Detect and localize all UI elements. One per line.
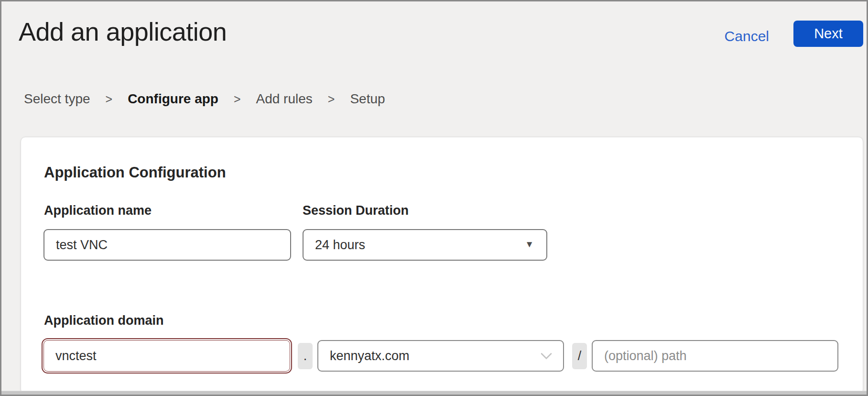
dot-separator: . bbox=[298, 343, 313, 369]
breadcrumb-step-select-type: Select type bbox=[24, 91, 90, 107]
breadcrumb-step-add-rules: Add rules bbox=[256, 91, 313, 107]
breadcrumb: Select type > Configure app > Add rules … bbox=[24, 91, 385, 107]
cancel-button[interactable]: Cancel bbox=[725, 28, 769, 44]
breadcrumb-separator-icon: > bbox=[234, 92, 241, 106]
next-button[interactable]: Next bbox=[793, 21, 863, 47]
application-name-label: Application name bbox=[44, 203, 152, 218]
application-configuration-card: Application Configuration Application na… bbox=[21, 137, 863, 394]
application-name-input[interactable] bbox=[43, 229, 291, 261]
slash-separator: / bbox=[572, 343, 587, 369]
path-input[interactable] bbox=[592, 340, 838, 372]
domain-select-value: kennyatx.com bbox=[330, 349, 410, 363]
page-title: Add an application bbox=[19, 17, 227, 46]
application-domain-label: Application domain bbox=[44, 313, 164, 328]
domain-select[interactable]: kennyatx.com bbox=[317, 340, 564, 372]
chevron-down-icon bbox=[540, 349, 553, 363]
breadcrumb-separator-icon: > bbox=[328, 92, 335, 106]
section-title: Application Configuration bbox=[44, 164, 226, 181]
caret-down-icon: ▼ bbox=[525, 239, 534, 250]
session-duration-value: 24 hours bbox=[315, 238, 365, 253]
add-application-page: Add an application Cancel Next Select ty… bbox=[0, 0, 868, 396]
session-duration-label: Session Duration bbox=[303, 203, 409, 218]
session-duration-select[interactable]: 24 hours ▼ bbox=[303, 229, 547, 261]
breadcrumb-step-setup: Setup bbox=[350, 91, 385, 107]
subdomain-input[interactable] bbox=[43, 340, 290, 372]
breadcrumb-separator-icon: > bbox=[106, 92, 113, 106]
window-bottom-edge bbox=[1, 391, 867, 395]
breadcrumb-step-configure-app: Configure app bbox=[128, 91, 218, 107]
